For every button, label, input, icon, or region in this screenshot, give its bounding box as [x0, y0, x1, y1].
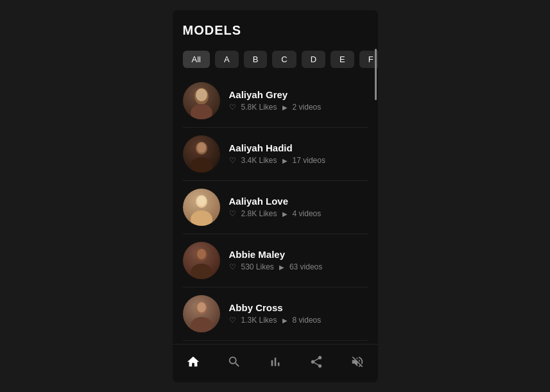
likes-count: 1.3K Likes: [241, 316, 277, 325]
model-meta: ♡ 1.3K Likes ▶ 8 videos: [229, 316, 368, 325]
list-item[interactable]: Aaliyah Hadid ♡ 3.4K Likes ▶ 17 videos: [173, 128, 378, 180]
filter-btn-e[interactable]: E: [331, 51, 354, 68]
videos-count: 63 videos: [289, 262, 322, 271]
bottom-nav: [173, 344, 378, 382]
filter-btn-all[interactable]: All: [183, 51, 210, 68]
svg-point-5: [197, 142, 206, 153]
model-name: Aaliyah Grey: [229, 89, 368, 100]
model-name: Aaliyah Love: [229, 196, 368, 207]
model-name: Abbie Maley: [229, 249, 368, 260]
nav-stats[interactable]: [262, 352, 289, 375]
filter-btn-b[interactable]: B: [244, 51, 268, 68]
model-name: Aaliyah Hadid: [229, 142, 368, 153]
svg-point-14: [197, 302, 206, 312]
model-name: Abby Cross: [229, 302, 368, 313]
svg-point-12: [191, 317, 212, 332]
likes-count: 530 Likes: [241, 262, 274, 271]
list-item[interactable]: Abby lee Brazil: [173, 341, 378, 344]
likes-count: 3.4K Likes: [241, 156, 277, 165]
svg-point-3: [191, 157, 212, 173]
model-info: Aaliyah Hadid ♡ 3.4K Likes ▶ 17 videos: [229, 142, 368, 165]
model-info: Abbie Maley ♡ 530 Likes ▶ 63 videos: [229, 249, 368, 271]
svg-point-6: [191, 210, 212, 226]
avatar: [183, 82, 220, 119]
likes-count: 5.8K Likes: [241, 103, 277, 112]
heart-icon: ♡: [229, 103, 236, 112]
svg-point-9: [191, 264, 212, 279]
model-info: Aaliyah Grey ♡ 5.8K Likes ▶ 2 videos: [229, 89, 368, 112]
filter-btn-d[interactable]: D: [302, 51, 325, 68]
heart-icon: ♡: [229, 209, 236, 218]
svg-point-8: [197, 196, 206, 206]
videos-count: 4 videos: [293, 209, 322, 218]
model-meta: ♡ 5.8K Likes ▶ 2 videos: [229, 103, 368, 112]
play-icon: ▶: [282, 104, 288, 111]
svg-point-11: [197, 249, 206, 259]
videos-count: 2 videos: [293, 103, 322, 112]
svg-point-1: [191, 104, 212, 119]
likes-count: 2.8K Likes: [241, 209, 277, 218]
play-icon: ▶: [282, 317, 288, 324]
filter-btn-a[interactable]: A: [215, 51, 239, 68]
filter-btn-c[interactable]: C: [272, 51, 296, 68]
list-item[interactable]: Aaliyah Grey ♡ 5.8K Likes ▶ 2 videos: [173, 74, 378, 127]
nav-search[interactable]: [221, 352, 248, 375]
phone-container: MODELS All A B C D E F Aaliyah Grey ♡: [173, 10, 378, 382]
model-meta: ♡ 3.4K Likes ▶ 17 videos: [229, 156, 368, 165]
svg-point-2: [196, 89, 207, 101]
nav-volume[interactable]: [344, 352, 371, 375]
model-info: Aaliyah Love ♡ 2.8K Likes ▶ 4 videos: [229, 196, 368, 218]
page-title: MODELS: [183, 23, 368, 38]
scrollbar[interactable]: [375, 49, 377, 100]
avatar: [183, 295, 220, 332]
play-icon: ▶: [282, 157, 288, 164]
avatar: [183, 189, 220, 226]
heart-icon: ♡: [229, 156, 236, 165]
videos-count: 8 videos: [293, 316, 322, 325]
heart-icon: ♡: [229, 262, 236, 271]
play-icon: ▶: [282, 210, 288, 217]
list-item[interactable]: Abby Cross ♡ 1.3K Likes ▶ 8 videos: [173, 287, 378, 340]
nav-share[interactable]: [303, 352, 330, 375]
list-item[interactable]: Abbie Maley ♡ 530 Likes ▶ 63 videos: [173, 234, 378, 287]
videos-count: 17 videos: [293, 156, 325, 165]
filter-bar: All A B C D E F: [173, 44, 378, 74]
list-item[interactable]: Aaliyah Love ♡ 2.8K Likes ▶ 4 videos: [173, 181, 378, 234]
heart-icon: ♡: [229, 316, 236, 325]
avatar: [183, 135, 220, 173]
model-list: Aaliyah Grey ♡ 5.8K Likes ▶ 2 videos: [173, 74, 378, 344]
play-icon: ▶: [279, 264, 284, 271]
header: MODELS: [173, 10, 378, 44]
model-meta: ♡ 530 Likes ▶ 63 videos: [229, 262, 368, 271]
model-meta: ♡ 2.8K Likes ▶ 4 videos: [229, 209, 368, 218]
model-info: Abby Cross ♡ 1.3K Likes ▶ 8 videos: [229, 302, 368, 325]
avatar: [183, 242, 220, 279]
nav-home[interactable]: [180, 352, 207, 375]
